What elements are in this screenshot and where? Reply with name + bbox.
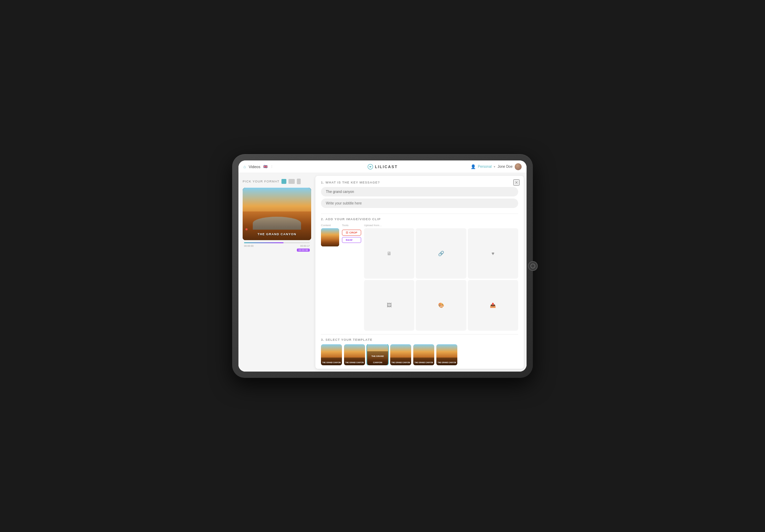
timeline-progress <box>244 242 284 243</box>
flag-icon: 🇬🇧 <box>263 165 267 168</box>
right-panel: × 1. WHAT IS THE KEY MESSAGE? 2. ADD YOU… <box>315 176 524 369</box>
panel-content: 1. WHAT IS THE KEY MESSAGE? 2. ADD YOUR … <box>315 176 524 369</box>
svg-point-1 <box>370 166 371 167</box>
account-dropdown-icon[interactable]: ▾ <box>494 165 495 168</box>
nav-more-icon[interactable]: ⋮ <box>270 165 273 168</box>
upload-heart-btn[interactable]: ♥ <box>468 228 518 279</box>
crop-button[interactable]: ⊡ CROP <box>342 230 361 236</box>
format-label: PICK YOUR FORMAT <box>243 180 279 183</box>
main-content: PICK YOUR FORMAT THE GRAND CANYON <box>238 173 527 372</box>
image-section: Content Tools ⊡ CROP <box>321 224 518 331</box>
user-name: Jone Doe <box>498 165 513 168</box>
home-button-inner <box>530 264 535 268</box>
content-thumbnail[interactable] <box>321 228 339 246</box>
left-panel: PICK YOUR FORMAT THE GRAND CANYON <box>238 173 315 372</box>
video-preview: THE GRAND CANYON <box>243 188 311 240</box>
upload-column: Upload from... 🖥 🔗 ♥ 🖼 🎨 📤 <box>364 224 518 331</box>
upload-grid: 🖥 🔗 ♥ 🖼 🎨 📤 <box>364 228 518 331</box>
image-tools: Content Tools ⊡ CROP <box>321 224 518 331</box>
format-portrait-btn[interactable] <box>297 179 301 184</box>
upload-image-btn[interactable]: 🖼 <box>364 280 414 330</box>
personal-label[interactable]: Personal <box>478 165 492 168</box>
section3-label: 3. SELECT YOUR TEMPLATE <box>321 338 518 342</box>
upload-palette-btn[interactable]: 🎨 <box>416 280 466 330</box>
time-end: 00:00:17 <box>300 245 310 247</box>
nav-left: ⌂ Videos 🇬🇧 ⋮ <box>243 164 273 169</box>
timeline-bar[interactable] <box>244 242 310 243</box>
content-canyon-scene <box>321 228 339 246</box>
section1-label: 1. WHAT IS THE KEY MESSAGE? <box>321 181 518 184</box>
avatar[interactable] <box>515 163 522 170</box>
bw-button[interactable]: B&W <box>342 237 361 243</box>
nav-videos-link[interactable]: Videos <box>249 165 260 169</box>
content-sublabel: Content <box>321 224 339 227</box>
format-picker: PICK YOUR FORMAT <box>243 179 311 184</box>
upload-sublabel: Upload from... <box>364 224 518 227</box>
template-item-2[interactable]: THE GRAND CANYON <box>344 344 365 365</box>
upload-share-btn[interactable]: 📤 <box>468 280 518 330</box>
template-item-3[interactable]: THE GRAND CANYON <box>367 344 388 365</box>
section2-label: 2. ADD YOUR IMAGE/VIDEO CLIP <box>321 217 518 221</box>
format-square-btn[interactable] <box>281 179 286 184</box>
video-title-text: THE GRAND CANYON <box>243 232 311 236</box>
time-start: 00:00:00 <box>244 245 253 247</box>
tablet-screen: ⌂ Videos 🇬🇧 ⋮ LILICAST 👤 Personal ▾ Jone… <box>238 160 527 372</box>
upload-link-btn[interactable]: 🔗 <box>416 228 466 279</box>
template-item-4[interactable]: THE GRAND CANYON <box>390 344 411 365</box>
play-indicator <box>245 228 248 230</box>
home-icon[interactable]: ⌂ <box>243 164 246 169</box>
template-grid: THE GRAND CANYON THE GRAND CANYON THE GR… <box>321 344 518 365</box>
key-message-input[interactable] <box>321 187 518 196</box>
nav-bar: ⌂ Videos 🇬🇧 ⋮ LILICAST 👤 Personal ▾ Jone… <box>238 160 527 173</box>
lilicast-logo-icon <box>367 164 373 170</box>
home-button[interactable] <box>528 261 538 271</box>
duration-badge: 00:00:08 <box>297 249 310 252</box>
upload-desktop-btn[interactable]: 🖥 <box>364 228 414 279</box>
close-button[interactable]: × <box>513 179 520 186</box>
video-title-overlay: THE GRAND CANYON <box>243 232 311 236</box>
nav-right: 👤 Personal ▾ Jone Doe <box>471 163 522 170</box>
timeline-times: 00:00:00 00:00:17 <box>244 245 310 247</box>
crop-icon: ⊡ <box>346 231 348 234</box>
template-item-6[interactable]: THE GRAND CANYON <box>436 344 457 365</box>
nav-center: LILICAST <box>367 164 398 170</box>
format-landscape-btn[interactable] <box>288 179 295 184</box>
timeline: 00:00:00 00:00:17 00:00:08 <box>243 242 311 247</box>
template-item-5[interactable]: THE GRAND CANYON <box>413 344 434 365</box>
subtitle-input[interactable] <box>321 199 518 208</box>
template-item-1[interactable]: THE GRAND CANYON <box>321 344 342 365</box>
tools-sublabel: Tools <box>342 224 361 227</box>
tools-column: Tools ⊡ CROP B&W <box>342 224 361 243</box>
logo-text: LILICAST <box>375 165 398 169</box>
user-icon: 👤 <box>471 164 476 169</box>
tablet-device: ⌂ Videos 🇬🇧 ⋮ LILICAST 👤 Personal ▾ Jone… <box>232 154 533 378</box>
